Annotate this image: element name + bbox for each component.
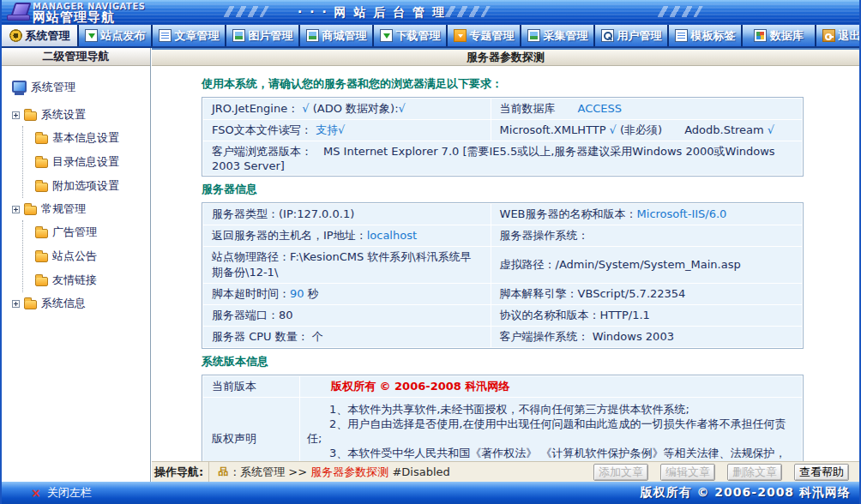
download-icon — [380, 29, 393, 42]
collect-icon — [527, 29, 540, 42]
tab-topic-manage[interactable]: 专题管理 — [448, 25, 521, 46]
virtual-path-cell: 虚拟路径：/Admin/System/System_Main.asp — [491, 247, 802, 283]
breadcrumb-current: 服务器参数探测 — [310, 465, 388, 480]
expand-plus-icon[interactable] — [12, 206, 20, 213]
table-row: 服务器类型：(IP:127.0.0.1) WEB服务器的名称和版本：Micros… — [203, 204, 802, 225]
top-banner: MANAGER NAVIGATES 网站管理导航 · · · 网 站 后 台 管… — [2, 0, 859, 25]
tree-label: 基本信息设置 — [52, 130, 119, 146]
breadcrumb-flag: #Disabled — [388, 465, 450, 478]
support-value: 支持√ — [316, 123, 345, 136]
sidebar-title: 二级管理导航 — [2, 48, 150, 66]
version-info-table: 当前版本 版权所有 © 2006-2008 科汛网络 版权声明 1、本软件为共享… — [202, 375, 804, 461]
divider — [208, 462, 209, 482]
folder-icon — [35, 229, 48, 238]
tree-leaf-basic-info[interactable]: 基本信息设置 — [35, 126, 150, 150]
current-version-value: 版权所有 © 2006-2008 科汛网络 — [300, 376, 802, 397]
tree-leaf-site-notice[interactable]: 站点公告 — [35, 244, 150, 268]
nav-tree: 系统管理 系统设置 基本信息设置 目录信息设置 附加选项设置 — [2, 66, 150, 315]
main-panel: 服务器参数探测 使用本系统，请确认您的服务器和您的浏览器满足以下要求： JRO.… — [152, 48, 859, 482]
add-article-button[interactable]: 添加文章 — [593, 464, 648, 481]
main-nav-tabbar: 系统管理 站点发布 文章管理 图片管理 商城管理 下载管理 专题管理 采集管理 — [2, 25, 859, 48]
expand-plus-icon[interactable] — [12, 300, 20, 308]
server-info-table: 服务器类型：(IP:127.0.0.1) WEB服务器的名称和版本：Micros… — [202, 202, 804, 349]
copyright-statement-value: 1、本软件为共享软件,未经书面授权，不得向任何第三方提供本软件系统; 2、用户自… — [300, 398, 802, 461]
breadcrumb-colon: ： — [229, 465, 240, 480]
tab-label: 系统管理 — [26, 28, 70, 44]
banner-title: · · · 网 站 后 台 管 理 — [298, 5, 446, 21]
script-timeout-cell: 脚本超时时间：90 秒 — [203, 284, 491, 304]
check-mark: √ — [610, 123, 617, 136]
template-icon — [675, 29, 688, 42]
check-mark: √ — [399, 102, 406, 115]
browser-version-cell: 客户端浏览器版本： MS Internet Explorer 7.0 [需要IE… — [203, 141, 802, 175]
tab-label: 专题管理 — [470, 28, 515, 44]
table-row: 服务器 CPU 数量： 个 客户端操作系统： Windows 2003 — [203, 327, 802, 347]
tree-node-general-manage[interactable]: 常规管理 — [12, 198, 150, 220]
client-os-cell: 客户端操作系统： Windows 2003 — [491, 327, 802, 347]
tree-node-system-settings[interactable]: 系统设置 — [12, 104, 150, 126]
close-x-icon: × — [31, 486, 41, 500]
tab-label: 站点发布 — [101, 28, 146, 44]
tab-template-tags[interactable]: 模板标签 — [669, 25, 743, 46]
content-area: 使用本系统，请确认您的服务器和您的浏览器满足以下要求： JRO.JetEngin… — [152, 66, 859, 461]
laptop-logo-icon — [7, 3, 30, 21]
expand-plus-icon[interactable] — [12, 111, 20, 119]
tree-root-system-manage[interactable]: 系统管理 — [10, 76, 150, 99]
tree-leaf-ad-manage[interactable]: 广告管理 — [35, 220, 150, 244]
cpu-count-cell: 服务器 CPU 数量： 个 — [203, 327, 491, 347]
tab-label: 采集管理 — [544, 28, 588, 44]
tab-download-manage[interactable]: 下载管理 — [374, 25, 448, 46]
breadcrumb-root[interactable]: 系统管理 — [240, 465, 285, 480]
table-row: 版权声明 1、本软件为共享软件,未经书面授权，不得向任何第三方提供本软件系统; … — [203, 398, 802, 461]
statement-line: 3、本软件受中华人民共和国《著作权法》 《计算机软件保护条例》等相关法律、法规保… — [307, 446, 795, 461]
table-row: JRO.JetEngine： √ (ADO 数据对象):√ 当前数据库ACCES… — [203, 99, 802, 119]
tree-label: 站点公告 — [52, 249, 97, 264]
tab-label: 下载管理 — [396, 28, 441, 44]
slash-decoration — [444, 6, 491, 17]
requirements-heading: 使用本系统，请确认您的服务器和您的浏览器满足以下要求： — [202, 76, 859, 92]
delete-article-button[interactable]: 删除文章 — [727, 464, 782, 481]
tree-children: 广告管理 站点公告 友情链接 — [22, 220, 150, 292]
tab-label: 数据库 — [770, 28, 804, 44]
tab-system-manage[interactable]: 系统管理 — [2, 25, 79, 46]
tab-article-manage[interactable]: 文章管理 — [153, 25, 226, 46]
jet-engine-cell: JRO.JetEngine： √ (ADO 数据对象):√ — [203, 99, 491, 119]
folder-icon — [35, 135, 48, 144]
tab-database[interactable]: 数据库 — [743, 25, 816, 46]
operation-bar: 操作导航: 品 ： 系统管理 >> 服务器参数探测 #Disabled 添加文章… — [152, 461, 859, 482]
tab-image-manage[interactable]: 图片管理 — [226, 25, 300, 46]
tree-label: 广告管理 — [52, 225, 97, 240]
table-row: 脚本超时时间：90 秒 脚本解释引擎：VBScript/5.7.22354 — [203, 284, 802, 304]
user-search-icon — [601, 29, 614, 42]
iis-version-value: Microsoft-IIS/6.0 — [637, 207, 727, 220]
table-row: 服务器端口：80 协议的名称和版本：HTTP/1.1 — [203, 305, 802, 326]
tab-site-publish[interactable]: 站点发布 — [79, 25, 153, 46]
copyright-statement-label: 版权声明 — [203, 398, 299, 461]
tab-exit-system[interactable]: 退出系统 — [816, 25, 859, 46]
tree-label: 系统信息 — [41, 296, 86, 311]
tab-user-manage[interactable]: 用户管理 — [595, 25, 669, 46]
footer-bar: × 关闭左栏 版权所有 © 2006-2008 科汛网络 — [2, 482, 859, 504]
tab-label: 商城管理 — [322, 28, 367, 44]
tab-collect-manage[interactable]: 采集管理 — [521, 25, 595, 46]
tree-leaf-friend-links[interactable]: 友情链接 — [35, 268, 150, 292]
tree-node-system-info[interactable]: 系统信息 — [12, 292, 150, 315]
xmlhttp-cell: Microsoft.XMLHTTP √ (非必须) Adodb.Stream √ — [491, 120, 802, 141]
tab-label: 文章管理 — [175, 28, 220, 44]
tree-leaf-extra-options[interactable]: 附加选项设置 — [35, 174, 150, 198]
edit-article-button[interactable]: 编辑文章 — [660, 464, 715, 481]
close-left-pane-button[interactable]: × 关闭左栏 — [31, 485, 92, 501]
tab-label: 用户管理 — [617, 28, 662, 44]
database-icon — [754, 29, 767, 42]
physical-path-cell: 站点物理路径：F:\KesionCMS 软件系列\科汛系统早期备份\12-1\ — [203, 247, 491, 283]
view-help-button[interactable]: 查看帮助 — [794, 464, 849, 481]
gear-icon — [9, 29, 22, 42]
localhost-value: localhost — [367, 229, 417, 242]
opbar-buttons: 添加文章 编辑文章 删除文章 查看帮助 — [593, 464, 859, 481]
table-row: 当前版本 版权所有 © 2006-2008 科汛网络 — [203, 376, 802, 397]
tree-leaf-directory-info[interactable]: 目录信息设置 — [35, 150, 150, 174]
breadcrumb-arrow: >> — [285, 465, 310, 478]
brand-logo: MANAGER NAVIGATES 网站管理导航 — [33, 1, 145, 23]
tab-mall-manage[interactable]: 商城管理 — [300, 25, 374, 46]
server-os-cell: 服务器操作系统： — [491, 225, 802, 246]
